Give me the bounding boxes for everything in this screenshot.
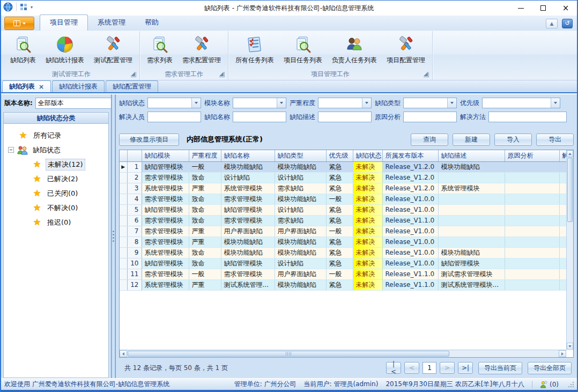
table-cell[interactable]: 致命 [189,172,221,183]
filter-select-input[interactable] [318,98,362,108]
tree-item-4[interactable]: ★已解决(2) [4,172,108,186]
table-header-cell[interactable] [120,150,127,161]
ribbon-button[interactable]: 需求配置管理 [177,33,226,66]
minimize-button[interactable] [509,1,532,16]
table-cell[interactable] [438,204,505,215]
table-row-6[interactable]: 6需求管理模块致命需求管理模块需求缺陷紧急未解决Release_V1.1.0 [120,215,573,226]
filter-select[interactable] [233,98,286,108]
table-header-cell[interactable]: 缺陷模块 [142,150,189,161]
table-cell[interactable]: 需求管理模块 [142,269,189,279]
dialog-launcher-icon[interactable] [131,72,136,77]
table-cell[interactable]: 严重 [189,236,221,247]
filter-input[interactable] [147,112,201,122]
table-cell[interactable] [505,236,559,247]
tab-close-icon[interactable]: × [39,84,44,90]
table-header-cell[interactable]: 优先级 [326,150,353,161]
table-row-8[interactable]: 8需求管理模块严重模块功能缺陷模块功能缺陷紧急未解决Release_V1.0.0 [120,236,573,247]
table-cell[interactable]: 测试需求管理模块 [438,269,505,279]
table-cell[interactable]: 设计缺陷 [275,172,326,183]
table-cell[interactable]: 紧急 [326,204,353,215]
table-header-cell[interactable]: 缺陷名称 [221,150,275,161]
combo-arrow-icon[interactable] [277,98,286,108]
table-cell[interactable]: 设计缺陷 [221,172,275,183]
table-cell[interactable] [438,226,505,236]
table-cell[interactable]: 紧急 [326,183,353,194]
table-cell[interactable]: 模块功能缺陷 [221,247,275,258]
table-cell[interactable]: Release_V1.0.0 [382,204,438,215]
table-cell[interactable]: 紧急 [326,172,353,183]
table-cell[interactable]: 紧急 [326,161,353,172]
table-header-cell[interactable]: 缺陷描述 [438,150,505,161]
tree-item-7[interactable]: ★推迟(0) [4,215,108,230]
table-cell[interactable]: Release_V1.0.0 [382,258,438,269]
app-menu-button[interactable] [4,17,34,30]
table-cell[interactable]: 致命 [189,194,221,204]
splitter[interactable] [111,94,116,378]
export-current-page-button[interactable]: 导出当前页 [478,362,522,374]
table-row-12[interactable]: 12系统管理模块严重测试系统管理...模块功能缺陷紧急未解决Release_V1… [120,279,573,290]
first-page-button[interactable]: |< [386,362,401,374]
table-cell[interactable]: 模块功能缺陷 [275,236,326,247]
table-cell[interactable]: 需求管理模块 [142,236,189,247]
table-cell[interactable]: Release_V1.2.0 [382,161,438,172]
table-cell[interactable]: 模块功能缺陷 [221,161,275,172]
vertical-scrollbar[interactable] [566,150,573,350]
filter-input[interactable] [233,112,286,122]
table-cell[interactable]: 需求缺陷 [275,183,326,194]
table-cell[interactable]: 致命 [189,204,221,215]
tree-item-2[interactable]: 缺陷状态 [4,143,108,157]
table-cell[interactable] [438,172,505,183]
table-cell[interactable]: 用户界面缺陷 [275,269,326,279]
table-cell[interactable]: 一般 [189,161,221,172]
ribbon-button[interactable]: 所有任务列表 [231,33,279,66]
table-cell[interactable]: 用户界面缺陷 [221,226,275,236]
collapse-box-icon[interactable] [8,147,14,153]
table-cell[interactable]: 未解决 [353,204,382,215]
table-cell[interactable]: 未解决 [353,161,382,172]
help-button[interactable]: ↺ [562,19,573,28]
table-cell[interactable]: Release_V1.2.0 [382,172,438,183]
table-cell[interactable]: 未解决 [353,247,382,258]
table-cell[interactable]: 模块功能缺陷 [438,247,505,258]
table-cell[interactable]: 设计缺陷 [275,204,326,215]
filter-select[interactable] [482,98,560,108]
tree-item-1[interactable]: ★所有记录 [4,128,108,143]
table-cell[interactable]: 未解决 [353,236,382,247]
table-cell[interactable] [505,204,559,215]
table-cell[interactable]: 模块功能缺陷 [275,194,326,204]
modify-display-button[interactable]: 修改显示项目 [119,134,179,146]
table-cell[interactable]: 需求缺陷 [275,215,326,226]
filter-input[interactable] [488,112,567,122]
doc-tab-3[interactable]: 缺陷配置管理 [106,80,158,92]
page-input[interactable] [423,362,436,374]
table-cell[interactable]: 未解决 [353,194,382,204]
ribbon-button[interactable]: 负责人任务列表 [327,33,382,66]
filter-select-input[interactable] [404,98,447,108]
table-row-7[interactable]: 7需求管理模块严重用户界面缺陷用户界面缺陷一般未解决Release_V1.0.0 [120,226,573,236]
table-cell[interactable]: 紧急 [326,279,353,290]
ribbon-button[interactable]: 测试配置管理 [89,33,137,66]
messages-person-icon[interactable] [540,381,547,388]
table-row-5[interactable]: 5缺陷管理模块致命缺陷管理模块设计缺陷紧急未解决Release_V1.0.0 [120,204,573,215]
dialog-launcher-icon[interactable] [424,72,429,77]
table-cell[interactable]: Release_V1.0.0 [382,236,438,247]
table-cell[interactable]: 需求管理模块 [142,215,189,226]
combo-arrow-icon[interactable] [191,98,201,108]
combo-arrow-icon[interactable] [551,98,560,108]
table-row-10[interactable]: 10缺陷管理模块致命缺陷管理模块设计缺陷紧急未解决Release_V1.0.0缺… [120,258,573,269]
table-cell[interactable]: 缺陷管理模块 [142,161,189,172]
table-cell[interactable]: 用户界面缺陷 [275,226,326,236]
doc-tab-1[interactable]: 缺陷列表× [2,80,51,92]
ribbon-tab-3[interactable]: 帮助 [135,15,168,31]
table-cell[interactable] [505,279,559,290]
dialog-launcher-icon[interactable] [219,72,225,77]
table-cell[interactable]: 系统管理模块 [142,247,189,258]
scroll-right-icon[interactable] [559,350,566,357]
table-header-cell[interactable]: 严重程度 [189,150,221,161]
table-cell[interactable]: 模块功能缺陷 [275,247,326,258]
filter-select-input[interactable] [483,98,551,108]
table-row-11[interactable]: 11需求管理模块一般需求管理模块用户界面缺陷一般未解决Release_V1.1.… [120,269,573,279]
table-cell[interactable]: 未解决 [353,172,382,183]
table-cell[interactable]: 未解决 [353,279,382,290]
filter-select[interactable] [403,98,457,108]
